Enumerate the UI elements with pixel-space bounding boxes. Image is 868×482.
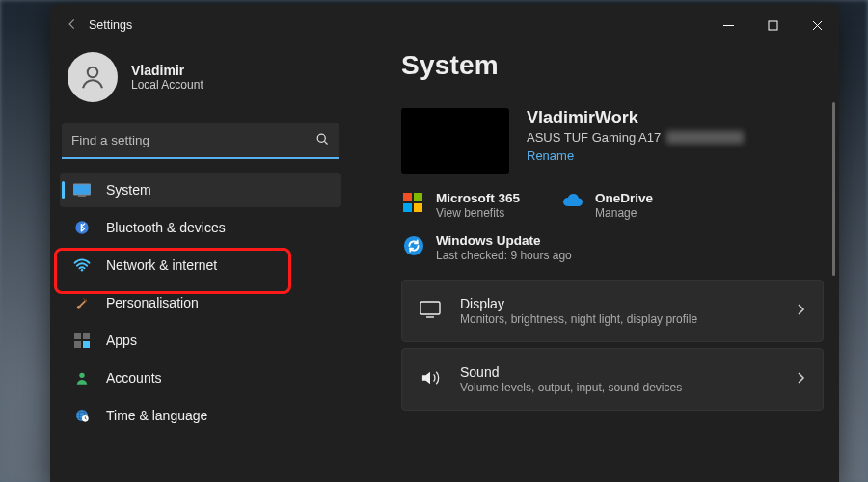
onedrive-icon bbox=[562, 193, 583, 214]
nav-item-system[interactable]: System bbox=[60, 173, 341, 207]
search-input[interactable] bbox=[62, 123, 339, 159]
m365-icon bbox=[403, 193, 424, 214]
main-pane: System VladimirWork ASUS TUF Gaming A17 … bbox=[351, 46, 839, 482]
svg-rect-5 bbox=[78, 196, 86, 197]
system-icon bbox=[73, 181, 91, 199]
user-name: Vladimir bbox=[131, 63, 203, 78]
svg-rect-19 bbox=[414, 203, 422, 212]
svg-point-12 bbox=[79, 373, 84, 378]
tile-sub: View benefits bbox=[436, 206, 520, 220]
minimize-button[interactable] bbox=[706, 9, 750, 41]
avatar bbox=[68, 52, 118, 102]
close-button[interactable] bbox=[795, 9, 839, 41]
tile-onedrive[interactable]: OneDrive Manage bbox=[562, 191, 653, 220]
brush-icon bbox=[73, 294, 91, 311]
card-display[interactable]: Display Monitors, brightness, night ligh… bbox=[401, 280, 824, 342]
nav-item-time-language[interactable]: Time & language bbox=[60, 398, 341, 433]
svg-point-2 bbox=[317, 134, 325, 142]
tile-update[interactable]: Windows Update Last checked: 9 hours ago bbox=[403, 233, 572, 262]
globe-icon bbox=[73, 407, 91, 424]
svg-rect-18 bbox=[403, 203, 412, 212]
titlebar: Settings bbox=[50, 4, 839, 46]
search-box[interactable] bbox=[62, 123, 339, 159]
sound-icon bbox=[420, 369, 441, 390]
svg-point-1 bbox=[88, 67, 98, 78]
svg-rect-8 bbox=[74, 333, 81, 339]
device-model: ASUS TUF Gaming A17 bbox=[527, 130, 744, 145]
card-title: Display bbox=[460, 296, 776, 311]
nav-label: Time & language bbox=[106, 408, 207, 423]
nav-label: System bbox=[106, 182, 151, 198]
tile-sub: Last checked: 9 hours ago bbox=[436, 249, 572, 262]
nav-item-network[interactable]: Network & internet bbox=[60, 248, 341, 282]
search-icon bbox=[315, 132, 330, 150]
svg-rect-21 bbox=[420, 302, 440, 314]
nav-label: Apps bbox=[106, 333, 137, 348]
nav-item-apps[interactable]: Apps bbox=[60, 323, 341, 358]
tile-label: Microsoft 365 bbox=[436, 191, 520, 205]
sidebar: Vladimir Local Account System Bluetooth … bbox=[50, 46, 351, 482]
svg-rect-11 bbox=[83, 341, 90, 348]
display-icon bbox=[420, 301, 441, 322]
rename-link[interactable]: Rename bbox=[527, 148, 574, 163]
redacted-text bbox=[666, 131, 744, 144]
svg-point-6 bbox=[75, 221, 88, 233]
svg-rect-0 bbox=[769, 21, 777, 30]
svg-rect-17 bbox=[414, 193, 422, 201]
user-block[interactable]: Vladimir Local Account bbox=[60, 46, 341, 118]
svg-rect-3 bbox=[73, 184, 91, 195]
tile-m365[interactable]: Microsoft 365 View benefits bbox=[403, 191, 520, 220]
nav-list: System Bluetooth & devices Network & int… bbox=[60, 173, 341, 433]
scrollbar[interactable] bbox=[832, 102, 835, 276]
tile-label: Windows Update bbox=[436, 233, 572, 248]
tile-sub: Manage bbox=[595, 206, 653, 220]
bluetooth-icon bbox=[73, 219, 91, 236]
settings-window: Settings Vladimir Local Account bbox=[50, 4, 839, 482]
maximize-button[interactable] bbox=[750, 9, 795, 41]
nav-item-accounts[interactable]: Accounts bbox=[60, 361, 341, 395]
svg-rect-16 bbox=[403, 193, 412, 201]
nav-label: Accounts bbox=[106, 370, 162, 386]
card-sound[interactable]: Sound Volume levels, output, input, soun… bbox=[401, 348, 824, 411]
nav-item-personalisation[interactable]: Personalisation bbox=[60, 285, 341, 320]
device-block: VladimirWork ASUS TUF Gaming A17 Rename bbox=[401, 108, 824, 174]
accounts-icon bbox=[73, 369, 91, 387]
update-icon bbox=[403, 235, 424, 256]
card-sub: Monitors, brightness, night light, displ… bbox=[460, 312, 776, 326]
svg-point-7 bbox=[81, 269, 83, 271]
nav-item-bluetooth[interactable]: Bluetooth & devices bbox=[60, 210, 341, 245]
chevron-right-icon bbox=[796, 371, 805, 388]
user-sub: Local Account bbox=[131, 78, 203, 92]
svg-rect-9 bbox=[83, 333, 90, 339]
device-thumbnail bbox=[401, 108, 509, 174]
nav-label: Personalisation bbox=[106, 295, 199, 310]
apps-icon bbox=[73, 332, 91, 349]
wifi-icon bbox=[73, 256, 91, 274]
chevron-right-icon bbox=[796, 303, 805, 320]
window-title: Settings bbox=[89, 18, 132, 32]
svg-point-20 bbox=[404, 236, 423, 255]
nav-label: Network & internet bbox=[106, 257, 217, 273]
tile-label: OneDrive bbox=[595, 191, 653, 205]
card-sub: Volume levels, output, input, sound devi… bbox=[460, 381, 776, 394]
nav-label: Bluetooth & devices bbox=[106, 220, 226, 235]
back-button[interactable] bbox=[56, 17, 89, 34]
card-title: Sound bbox=[460, 364, 776, 380]
device-name: VladimirWork bbox=[527, 108, 744, 128]
page-heading: System bbox=[401, 50, 824, 81]
svg-rect-10 bbox=[74, 341, 81, 348]
